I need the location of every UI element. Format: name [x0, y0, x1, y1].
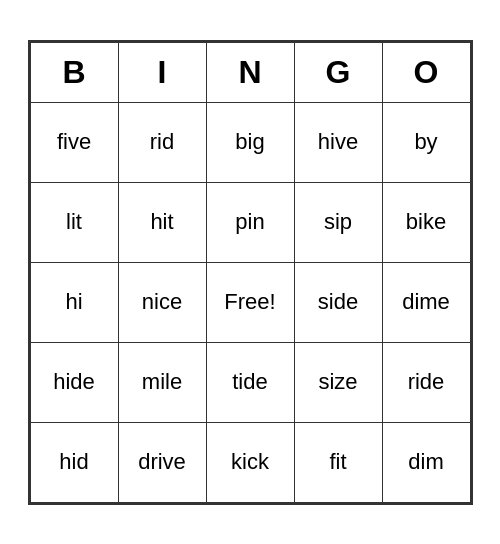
cell-r4-c4: dim — [382, 422, 470, 502]
cell-r3-c1: mile — [118, 342, 206, 422]
cell-r4-c3: fit — [294, 422, 382, 502]
table-row: hiniceFree!sidedime — [30, 262, 470, 342]
cell-r4-c0: hid — [30, 422, 118, 502]
table-row: lithitpinsipbike — [30, 182, 470, 262]
cell-r3-c4: ride — [382, 342, 470, 422]
bingo-card: BINGO fiveridbighivebylithitpinsipbikehi… — [28, 40, 473, 505]
header-row: BINGO — [30, 42, 470, 102]
cell-r1-c2: pin — [206, 182, 294, 262]
cell-r0-c0: five — [30, 102, 118, 182]
table-row: hidemiletidesizeride — [30, 342, 470, 422]
cell-r3-c3: size — [294, 342, 382, 422]
cell-r3-c0: hide — [30, 342, 118, 422]
cell-r1-c4: bike — [382, 182, 470, 262]
cell-r2-c2: Free! — [206, 262, 294, 342]
cell-r3-c2: tide — [206, 342, 294, 422]
table-row: fiveridbighiveby — [30, 102, 470, 182]
header-cell-g: G — [294, 42, 382, 102]
cell-r4-c1: drive — [118, 422, 206, 502]
header-cell-b: B — [30, 42, 118, 102]
header-cell-i: I — [118, 42, 206, 102]
cell-r2-c3: side — [294, 262, 382, 342]
cell-r0-c1: rid — [118, 102, 206, 182]
cell-r0-c3: hive — [294, 102, 382, 182]
header-cell-n: N — [206, 42, 294, 102]
table-row: hiddrivekickfitdim — [30, 422, 470, 502]
cell-r1-c3: sip — [294, 182, 382, 262]
cell-r0-c2: big — [206, 102, 294, 182]
cell-r4-c2: kick — [206, 422, 294, 502]
cell-r2-c0: hi — [30, 262, 118, 342]
cell-r1-c0: lit — [30, 182, 118, 262]
cell-r2-c1: nice — [118, 262, 206, 342]
cell-r2-c4: dime — [382, 262, 470, 342]
header-cell-o: O — [382, 42, 470, 102]
cell-r0-c4: by — [382, 102, 470, 182]
bingo-table: BINGO fiveridbighivebylithitpinsipbikehi… — [30, 42, 471, 503]
cell-r1-c1: hit — [118, 182, 206, 262]
